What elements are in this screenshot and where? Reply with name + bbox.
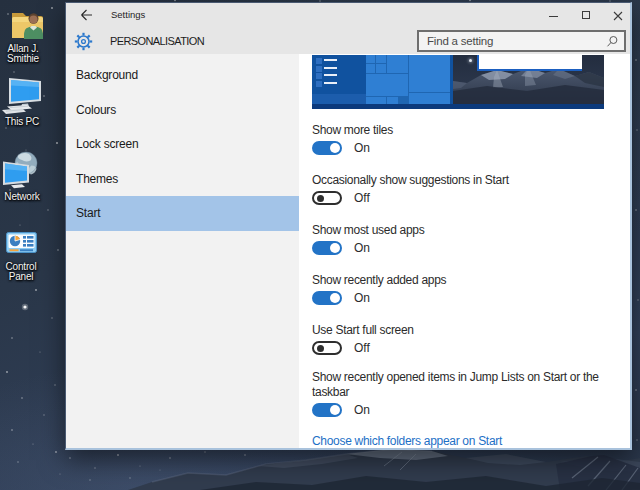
- sidebar-item-background[interactable]: Background: [66, 58, 299, 93]
- sidebar-item-label: Background: [76, 68, 138, 82]
- toggle-state-label: On: [354, 241, 370, 255]
- desktop-icon-label: Control Panel: [0, 262, 51, 281]
- sidebar-item-label: Colours: [76, 103, 116, 117]
- toggle-most-used-apps[interactable]: [312, 241, 342, 255]
- this-pc-icon: [0, 77, 44, 115]
- minimize-icon: [549, 16, 558, 17]
- toggle-knob: [330, 293, 340, 303]
- desktop-icon-label: This PC: [0, 117, 52, 127]
- toggle-knob: [330, 243, 340, 253]
- toggle-knob: [317, 345, 324, 352]
- app-header: PERSONALISATION Find a setting: [66, 28, 630, 54]
- toggle-state-label: On: [354, 403, 370, 417]
- sidebar: Background Colours Lock screen Themes St…: [66, 54, 299, 448]
- back-arrow-icon[interactable]: [80, 9, 93, 21]
- window-title: Settings: [111, 9, 145, 20]
- toggle-knob: [330, 405, 340, 415]
- preview-tile-grid: [366, 55, 451, 104]
- preview-desktop-photo: [453, 55, 604, 104]
- desktop-icon-user-folder[interactable]: Allan J. Smithie: [0, 4, 58, 63]
- setting-label: Show recently opened items in Jump Lists…: [312, 370, 599, 400]
- toggle-knob: [317, 195, 324, 202]
- sidebar-item-label: Lock screen: [76, 137, 139, 151]
- setting-label: Occasionally show suggestions in Start: [312, 173, 509, 188]
- control-panel-icon: [6, 232, 37, 253]
- sidebar-item-label: Themes: [76, 172, 118, 186]
- setting-row-show-more-tiles: Show more tiles On: [312, 123, 393, 155]
- toggle-state-label: Off: [354, 341, 370, 355]
- toggle-state-label: On: [354, 291, 370, 305]
- gear-icon: [74, 32, 93, 51]
- setting-row-full-screen: Use Start full screen Off: [312, 323, 414, 355]
- sidebar-item-colours[interactable]: Colours: [66, 93, 299, 128]
- start-preview-image: [312, 55, 604, 109]
- desktop-icon-this-pc[interactable]: This PC: [0, 77, 52, 127]
- toggle-state-label: Off: [354, 191, 370, 205]
- page-title: PERSONALISATION: [110, 35, 204, 47]
- user-folder-icon: [9, 4, 47, 42]
- setting-row-recently-added-apps: Show recently added apps On: [312, 273, 446, 305]
- toggle-knob: [330, 143, 340, 153]
- close-icon: [613, 11, 623, 21]
- desktop-icon-network[interactable]: Network: [0, 150, 52, 202]
- search-icon[interactable]: [606, 35, 619, 48]
- search-placeholder: Find a setting: [427, 35, 493, 47]
- minimize-button[interactable]: [539, 3, 569, 28]
- toggle-recently-added-apps[interactable]: [312, 291, 342, 305]
- setting-row-suggestions: Occasionally show suggestions in Start O…: [312, 173, 509, 205]
- toggle-full-screen[interactable]: [312, 341, 342, 355]
- content-pane: Show more tiles On Occasionally show sug…: [299, 54, 630, 448]
- setting-label: Show most used apps: [312, 223, 424, 238]
- setting-row-most-used-apps: Show most used apps On: [312, 223, 424, 255]
- maximize-icon: [582, 11, 590, 19]
- choose-folders-link[interactable]: Choose which folders appear on Start: [312, 434, 502, 448]
- settings-window: Settings: [65, 2, 632, 450]
- toggle-show-more-tiles[interactable]: [312, 141, 342, 155]
- sidebar-item-label: Start: [76, 206, 100, 220]
- toggle-suggestions[interactable]: [312, 191, 342, 205]
- desktop-icon-label: Network: [0, 192, 52, 202]
- titlebar: Settings: [66, 3, 630, 28]
- search-box[interactable]: Find a setting: [417, 30, 626, 52]
- sidebar-item-lock-screen[interactable]: Lock screen: [66, 127, 299, 162]
- setting-label: Show recently added apps: [312, 273, 446, 288]
- desktop-icon-label: Allan J. Smithie: [0, 44, 58, 63]
- desktop-icon-control-panel[interactable]: Control Panel: [0, 232, 51, 281]
- preview-mini-window: [477, 55, 582, 71]
- maximize-button[interactable]: [572, 3, 602, 28]
- sidebar-item-start[interactable]: Start: [66, 196, 299, 231]
- close-button[interactable]: [600, 3, 630, 28]
- toggle-jump-lists[interactable]: [312, 403, 342, 417]
- setting-label: Use Start full screen: [312, 323, 414, 338]
- setting-row-jump-lists: Show recently opened items in Jump Lists…: [312, 370, 599, 417]
- preview-taskbar: [312, 104, 604, 109]
- toggle-state-label: On: [354, 141, 370, 155]
- network-icon: [1, 150, 43, 190]
- setting-label: Show more tiles: [312, 123, 393, 138]
- sidebar-item-themes[interactable]: Themes: [66, 162, 299, 197]
